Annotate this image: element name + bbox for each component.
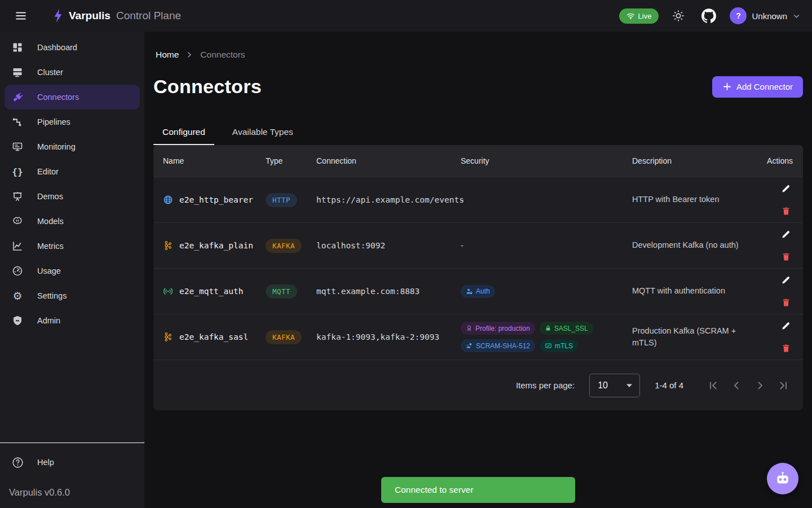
trash-icon — [782, 252, 791, 261]
sidebar-item-help[interactable]: Help — [5, 450, 140, 475]
pencil-icon — [781, 184, 791, 194]
chevron-right-icon — [754, 380, 766, 391]
sidebar-item-pipelines[interactable]: Pipelines — [5, 110, 140, 134]
chevron-right-icon — [186, 51, 193, 59]
pipeline-icon — [11, 116, 24, 128]
plug-icon — [11, 91, 24, 103]
sidebar-item-label: Monitoring — [37, 142, 76, 151]
breadcrumb-current: Connectors — [200, 50, 245, 60]
breadcrumb-home-link[interactable]: Home — [156, 50, 179, 60]
delete-button[interactable] — [780, 205, 792, 217]
live-label: Live — [638, 12, 652, 20]
type-badge: KAFKA — [266, 330, 302, 344]
edit-button[interactable] — [780, 183, 792, 195]
connector-description: MQTT with authentication — [623, 285, 754, 297]
column-header-connection: Connection — [307, 156, 451, 165]
sidebar-item-cluster[interactable]: Cluster — [5, 60, 140, 85]
connector-type-cell: HTTP — [256, 193, 307, 207]
add-connector-label: Add Connector — [736, 82, 793, 91]
sidebar-item-metrics[interactable]: Metrics — [5, 234, 140, 259]
breadcrumb: Home Connectors — [144, 32, 812, 60]
sun-icon — [672, 10, 685, 22]
security-badge-auth: Auth — [461, 285, 495, 298]
delete-button[interactable] — [780, 296, 792, 308]
shield-icon — [11, 315, 24, 326]
edit-button[interactable] — [780, 320, 792, 332]
sidebar-item-dashboard[interactable]: Dashboard — [5, 35, 140, 60]
sidebar-item-admin[interactable]: Admin — [5, 308, 140, 333]
github-link-button[interactable] — [698, 5, 720, 27]
sidebar-item-label: Dashboard — [37, 43, 77, 52]
brain-icon — [11, 216, 24, 227]
table-header-row: Name Type Connection Security Descriptio… — [153, 145, 803, 177]
gauge-icon — [11, 265, 24, 277]
sidebar-item-settings[interactable]: ⚙ Settings — [5, 283, 140, 308]
chevron-left-icon — [731, 380, 742, 391]
delete-button[interactable] — [780, 251, 792, 262]
add-connector-button[interactable]: Add Connector — [712, 76, 803, 98]
last-page-button[interactable] — [775, 376, 793, 395]
table-pagination: Items per page: 10 1-4 of 4 — [153, 360, 803, 410]
sidebar: Dashboard Cluster Connectors Pipelines M… — [0, 32, 144, 508]
previous-page-button[interactable] — [727, 376, 745, 395]
row-actions — [754, 274, 803, 308]
sidebar-item-demos[interactable]: Demos — [5, 184, 140, 209]
tab-available-types[interactable]: Available Types — [223, 121, 302, 145]
user-avatar: ? — [730, 7, 747, 24]
gear-icon: ⚙ — [11, 291, 24, 301]
app-version: Varpulis v0.6.0 — [0, 487, 144, 508]
sidebar-item-models[interactable]: Models — [5, 209, 140, 234]
connector-security-cell: - — [451, 241, 623, 250]
sidebar-divider — [0, 442, 144, 443]
connector-type-cell: KAFKA — [256, 330, 307, 344]
connector-name: e2e_http_bearer — [179, 195, 253, 204]
edit-button[interactable] — [780, 229, 792, 240]
user-menu[interactable]: ? Unknown — [730, 7, 801, 24]
live-status-badge[interactable]: Live — [619, 8, 659, 24]
assistant-fab-button[interactable] — [767, 463, 798, 494]
sidebar-item-label: Pipelines — [37, 117, 70, 126]
sidebar-item-usage[interactable]: Usage — [5, 259, 140, 283]
hamburger-menu-button[interactable] — [11, 6, 30, 25]
table-row: e2e_http_bearer HTTP https://api.example… — [153, 177, 803, 222]
brand-name: Varpulis — [69, 10, 111, 22]
first-page-button[interactable] — [704, 376, 722, 395]
sidebar-item-label: Cluster — [37, 68, 63, 77]
broadcast-icon — [163, 286, 173, 296]
connector-type-cell: KAFKA — [256, 239, 307, 253]
security-empty: - — [461, 195, 464, 204]
items-per-page-select[interactable]: 10 — [589, 374, 640, 397]
brand: Varpulis Control Plane — [52, 8, 181, 23]
connector-type-cell: MQTT — [256, 284, 307, 299]
connector-connection: kafka-1:9093,kafka-2:9093 — [307, 332, 451, 341]
sidebar-item-label: Metrics — [37, 242, 64, 251]
sidebar-item-editor[interactable]: {} Editor — [5, 159, 140, 184]
column-header-security: Security — [451, 156, 623, 165]
easel-icon — [11, 191, 24, 202]
connector-name-cell: e2e_http_bearer — [153, 195, 256, 205]
connector-security-cell: Auth — [451, 285, 623, 298]
tab-configured[interactable]: Configured — [153, 121, 214, 145]
row-actions — [754, 229, 803, 262]
sidebar-item-label: Connectors — [37, 93, 79, 102]
table-row: e2e_kafka_plain KAFKA localhost:9092 - D… — [153, 222, 803, 268]
sidebar-bottom: Help Varpulis v0.6.0 — [0, 442, 144, 508]
sidebar-item-label: Admin — [37, 316, 60, 325]
top-bar: Varpulis Control Plane Live ? Unknown — [0, 0, 812, 32]
connector-name-cell: e2e_kafka_sasl — [153, 332, 256, 342]
sidebar-item-connectors[interactable]: Connectors — [5, 85, 140, 110]
connector-name: e2e_kafka_sasl — [179, 332, 248, 341]
edit-button[interactable] — [780, 274, 792, 286]
next-page-button[interactable] — [751, 376, 769, 395]
sidebar-item-label: Models — [37, 217, 64, 226]
sidebar-item-monitoring[interactable]: Monitoring — [5, 134, 140, 159]
theme-toggle-button[interactable] — [669, 6, 688, 25]
delete-button[interactable] — [780, 342, 792, 354]
type-badge: HTTP — [266, 193, 297, 207]
globe-icon — [163, 195, 173, 205]
row-actions — [754, 320, 803, 354]
app-window: Varpulis Control Plane Live ? Unknown — [0, 0, 812, 508]
security-badge-label: Auth — [476, 287, 490, 295]
toast-notification: Connected to server — [381, 477, 575, 503]
pencil-icon — [781, 275, 791, 285]
